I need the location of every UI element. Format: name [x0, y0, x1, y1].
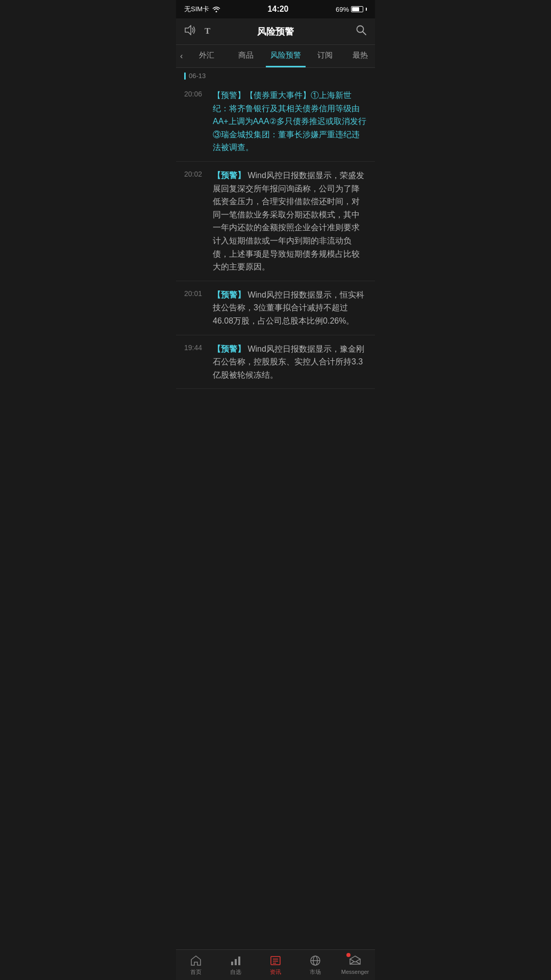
volume-button[interactable]	[184, 25, 195, 38]
messenger-icon	[349, 955, 361, 967]
status-right: 69%	[336, 6, 367, 13]
globe-icon	[309, 954, 321, 967]
status-time: 14:20	[268, 5, 289, 14]
news-content-4: 【预警】 Wind风控日报数据显示，豫金刚石公告称，控股股东、实控人合计所持3.…	[213, 342, 367, 382]
nav-news-label: 资讯	[270, 968, 281, 976]
page-title: 风险预警	[257, 26, 294, 38]
svg-line-3	[363, 32, 366, 35]
nav-market[interactable]: 市场	[295, 950, 335, 980]
bottom-nav: 首页 自选 资讯 市场 Messe	[176, 949, 375, 980]
date-separator: 06-13	[176, 68, 375, 82]
news-content-2: 【预警】 Wind风控日报数据显示，荣盛发展回复深交所年报问询函称，公司为了降低…	[213, 169, 367, 274]
nav-watchlist[interactable]: 自选	[216, 950, 256, 980]
news-list: 06-13 20:06 【预警】【债券重大事件】①上海新世纪：将齐鲁银行及其相关…	[176, 68, 375, 389]
news-tag-1: 【预警】	[213, 91, 245, 100]
tabs-scroll: 外汇 商品 风险预警 订阅 最热	[187, 45, 375, 67]
home-icon	[190, 954, 202, 967]
nav-news[interactable]: 资讯	[256, 950, 295, 980]
nav-messenger-label: Messenger	[341, 969, 369, 975]
news-item-4[interactable]: 19:44 【预警】 Wind风控日报数据显示，豫金刚石公告称，控股股东、实控人…	[176, 335, 375, 389]
battery-icon	[351, 6, 363, 12]
battery-tip	[366, 8, 367, 11]
carrier-label: 无SIM卡	[184, 5, 209, 14]
date-bar-indicator	[184, 72, 186, 80]
nav-messenger[interactable]: Messenger	[335, 950, 375, 980]
header: T 风险预警	[176, 18, 375, 45]
font-button[interactable]: T	[204, 25, 214, 38]
news-time-1: 20:06	[184, 89, 208, 154]
news-item-1[interactable]: 20:06 【预警】【债券重大事件】①上海新世纪：将齐鲁银行及其相关债券信用等级…	[176, 82, 375, 162]
search-button[interactable]	[356, 24, 367, 38]
news-tag-2: 【预警】	[213, 171, 245, 180]
nav-home-label: 首页	[190, 968, 202, 976]
nav-home[interactable]: 首页	[176, 950, 216, 980]
news-content-1: 【预警】【债券重大事件】①上海新世纪：将齐鲁银行及其相关债券信用等级由AA+上调…	[213, 89, 367, 154]
news-time-3: 20:01	[184, 288, 208, 328]
tab-left-arrow[interactable]: ‹	[176, 45, 187, 67]
tabs-bar: ‹ 外汇 商品 风险预警 订阅 最热	[176, 45, 375, 68]
svg-text:T: T	[205, 26, 211, 35]
news-tag-3: 【预警】	[213, 290, 245, 299]
tab-forex[interactable]: 外汇	[187, 45, 226, 67]
svg-rect-5	[235, 959, 237, 965]
svg-rect-6	[238, 957, 240, 965]
news-time-4: 19:44	[184, 342, 208, 382]
news-tag-4: 【预警】	[213, 345, 245, 353]
news-content-3: 【预警】 Wind风控日报数据显示，恒实科技公告称，3位董事拟合计减持不超过46…	[213, 288, 367, 328]
tab-commodity[interactable]: 商品	[227, 45, 266, 67]
status-left: 无SIM卡	[184, 5, 220, 14]
nav-watchlist-label: 自选	[230, 968, 241, 976]
header-left-icons: T	[184, 25, 214, 38]
chart-icon	[230, 954, 242, 967]
wifi-icon	[212, 6, 220, 12]
messenger-badge	[346, 953, 350, 957]
news-time-2: 20:02	[184, 169, 208, 274]
news-item-2[interactable]: 20:02 【预警】 Wind风控日报数据显示，荣盛发展回复深交所年报问询函称，…	[176, 162, 375, 281]
status-bar: 无SIM卡 14:20 69%	[176, 0, 375, 18]
date-label: 06-13	[189, 72, 206, 80]
tab-hot[interactable]: 最热	[345, 45, 375, 67]
tab-risk-warning[interactable]: 风险预警	[266, 45, 305, 67]
news-item-3[interactable]: 20:01 【预警】 Wind风控日报数据显示，恒实科技公告称，3位董事拟合计减…	[176, 281, 375, 335]
battery-label: 69%	[336, 6, 349, 13]
tab-subscribe[interactable]: 订阅	[306, 45, 345, 67]
nav-market-label: 市场	[310, 968, 321, 976]
news-icon	[269, 954, 282, 967]
svg-marker-0	[185, 26, 191, 35]
svg-rect-4	[231, 962, 233, 965]
